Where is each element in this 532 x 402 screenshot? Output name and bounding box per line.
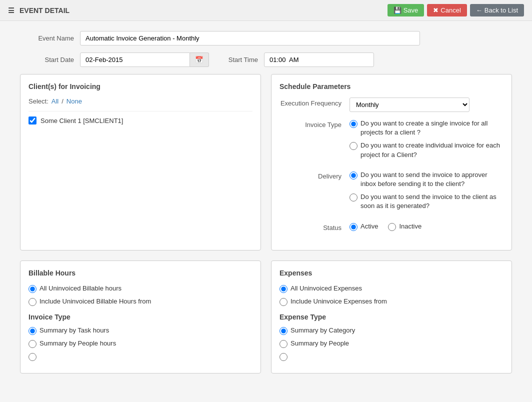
ext-radio-input-2[interactable]: [280, 340, 288, 348]
delivery-label: Delivery: [280, 170, 350, 180]
bit-radio-input-3[interactable]: [28, 353, 36, 361]
status-label: Status: [280, 222, 350, 232]
delivery-options: Do you want to send the invoice to appro…: [350, 170, 504, 215]
invoice-type-sub-title: Invoice Type: [28, 313, 252, 321]
exp-radio-1: All Uninvoiced Expenses: [280, 284, 504, 293]
invoice-type-radio-input-2[interactable]: [350, 142, 358, 150]
frequency-options: Monthly: [350, 98, 504, 112]
bit-radio-2: Summary by People hours: [28, 339, 252, 348]
ext-radio-2: Summary by People: [280, 339, 504, 348]
back-to-list-button[interactable]: ← Back to List: [470, 4, 524, 16]
ext-radio-3: [280, 352, 504, 361]
slash-separator: /: [62, 98, 64, 105]
delivery-radio-input-1[interactable]: [350, 172, 358, 180]
top-bar-actions: 💾 Save ✖ Cancel ← Back to List: [388, 4, 524, 16]
date-group: 📅: [80, 52, 209, 67]
invoice-type-group: Invoice Type Do you want to create a sin…: [280, 119, 504, 164]
client-label[interactable]: Some Client 1 [SMCLIENT1]: [40, 117, 123, 124]
bh-radio-2: Include Uninvoiced Billable Hours from: [28, 297, 252, 306]
bit-radio-label-1[interactable]: Summary by Task hours: [40, 326, 109, 335]
delivery-radio-input-2[interactable]: [350, 194, 358, 202]
bh-radio-input-1[interactable]: [28, 285, 36, 293]
exp-radio-label-1[interactable]: All Uninvoiced Expenses: [290, 284, 362, 293]
exp-radio-2: Include Uninvoice Expenses from: [280, 297, 504, 306]
client-checkbox[interactable]: [28, 116, 36, 124]
bit-radio-3: [28, 352, 252, 361]
bit-radio-input-2[interactable]: [28, 340, 36, 348]
clients-panel: Client(s) for Invoicing Select: All / No…: [20, 74, 261, 250]
event-name-row: Event Name: [20, 31, 512, 46]
date-time-row: Start Date 📅 Start Time: [20, 52, 512, 67]
select-bar: Select: All / None: [28, 98, 252, 105]
bh-radio-label-1[interactable]: All Uninvoiced Billable hours: [40, 284, 122, 293]
execution-frequency-group: Execution Frequency Monthly: [280, 98, 504, 112]
delivery-radio-2: Do you want to send the invoice to the c…: [350, 192, 504, 210]
top-bar: EVENT DETAIL 💾 Save ✖ Cancel ← Back to L…: [0, 0, 532, 21]
save-icon: 💾: [394, 6, 402, 14]
status-radio-active: Active: [350, 222, 378, 231]
status-inactive-label[interactable]: Inactive: [399, 222, 422, 231]
bh-radio-input-2[interactable]: [28, 298, 36, 306]
execution-frequency-label: Execution Frequency: [280, 98, 350, 107]
bh-radio-1: All Uninvoiced Billable hours: [28, 284, 252, 293]
bh-radio-label-2[interactable]: Include Uninvoiced Billable Hours from: [40, 297, 151, 306]
status-group: Status Active Inactive: [280, 222, 504, 235]
ext-radio-label-2[interactable]: Summary by People: [290, 339, 349, 348]
start-date-label: Start Date: [20, 56, 80, 64]
title-text: EVENT DETAIL: [20, 6, 70, 14]
invoice-type-label: Invoice Type: [280, 119, 350, 128]
start-time-input[interactable]: [264, 52, 374, 67]
ext-radio-input-3[interactable]: [280, 353, 288, 361]
save-button[interactable]: 💾 Save: [388, 4, 424, 16]
cancel-icon: ✖: [433, 6, 438, 14]
calendar-button[interactable]: 📅: [190, 52, 209, 67]
delivery-radio-label-1[interactable]: Do you want to send the invoice to appro…: [360, 170, 504, 188]
frequency-select[interactable]: Monthly: [350, 98, 470, 112]
exp-radio-label-2[interactable]: Include Uninvoice Expenses from: [290, 297, 387, 306]
exp-radio-input-1[interactable]: [280, 285, 288, 293]
delivery-radio-1: Do you want to send the invoice to appro…: [350, 170, 504, 188]
ext-radio-input-1[interactable]: [280, 327, 288, 335]
status-active-label[interactable]: Active: [360, 222, 378, 231]
start-time-label: Start Time: [219, 56, 264, 64]
page-title: EVENT DETAIL: [8, 6, 70, 14]
exp-radio-input-2[interactable]: [280, 298, 288, 306]
status-radio-inactive: Inactive: [388, 222, 422, 231]
event-name-label: Event Name: [20, 34, 80, 42]
start-date-input[interactable]: [80, 52, 190, 67]
event-name-input[interactable]: [80, 31, 420, 46]
none-link[interactable]: None: [66, 98, 82, 105]
delivery-group: Delivery Do you want to send the invoice…: [280, 170, 504, 215]
top-panels-row: Client(s) for Invoicing Select: All / No…: [20, 74, 512, 250]
billable-hours-panel: Billable Hours All Uninvoiced Billable h…: [20, 260, 261, 374]
clients-panel-title: Client(s) for Invoicing: [28, 82, 252, 90]
invoice-type-radio-2: Do you want to create individual invoice…: [350, 141, 504, 159]
bit-radio-label-2[interactable]: Summary by People hours: [40, 339, 116, 348]
status-radio-inactive-input[interactable]: [388, 223, 396, 231]
bit-radio-1: Summary by Task hours: [28, 326, 252, 335]
ext-radio-1: Summary by Category: [280, 326, 504, 335]
select-label: Select:: [28, 98, 48, 105]
invoice-type-radio-1: Do you want to create a single invoice f…: [350, 119, 504, 137]
invoice-type-radio-label-1[interactable]: Do you want to create a single invoice f…: [360, 119, 504, 137]
cancel-button[interactable]: ✖ Cancel: [427, 4, 466, 16]
delivery-radio-label-2[interactable]: Do you want to send the invoice to the c…: [360, 192, 504, 210]
divider: [28, 111, 252, 112]
bottom-panels-row: Billable Hours All Uninvoiced Billable h…: [20, 260, 512, 374]
back-icon: ←: [476, 6, 482, 14]
bit-radio-input-1[interactable]: [28, 327, 36, 335]
all-link[interactable]: All: [52, 98, 58, 105]
invoice-type-radio-input-1[interactable]: [350, 120, 358, 128]
status-radio-active-input[interactable]: [350, 223, 358, 231]
expenses-title: Expenses: [280, 269, 504, 277]
client-checkbox-item: Some Client 1 [SMCLIENT1]: [28, 116, 252, 124]
expenses-panel: Expenses All Uninvoiced Expenses Include…: [271, 260, 512, 374]
billable-hours-title: Billable Hours: [28, 269, 252, 277]
status-options: Active Inactive: [350, 222, 504, 235]
page-content: Event Name Start Date 📅 Start Time Clien…: [0, 21, 532, 394]
invoice-type-radio-label-2[interactable]: Do you want to create individual invoice…: [360, 141, 504, 159]
expense-type-sub-title: Expense Type: [280, 313, 504, 321]
invoice-type-options: Do you want to create a single invoice f…: [350, 119, 504, 164]
schedule-panel: Schedule Parameters Execution Frequency …: [271, 74, 512, 250]
ext-radio-label-1[interactable]: Summary by Category: [290, 326, 355, 335]
